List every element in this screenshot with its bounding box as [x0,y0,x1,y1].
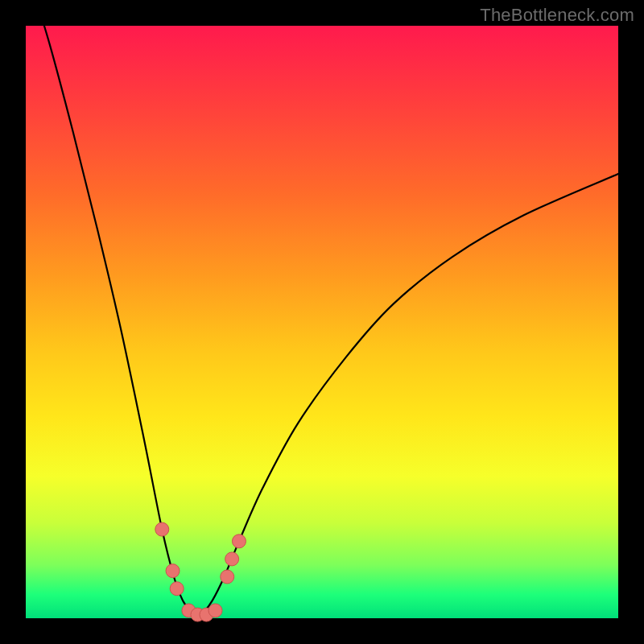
bottleneck-svg [26,26,618,618]
curve-marker [170,582,184,596]
curve-layer [26,0,618,615]
curve-marker [232,535,246,548]
plot-area [26,26,618,618]
watermark-text: TheBottleneck.com [480,5,634,26]
curve-marker [225,552,239,566]
curve-marker [166,564,180,578]
bottleneck-curve [26,0,618,615]
curve-markers [155,522,246,621]
curve-marker [155,522,169,536]
chart-stage: TheBottleneck.com [0,0,644,644]
curve-marker [208,604,222,617]
curve-marker [221,570,234,584]
